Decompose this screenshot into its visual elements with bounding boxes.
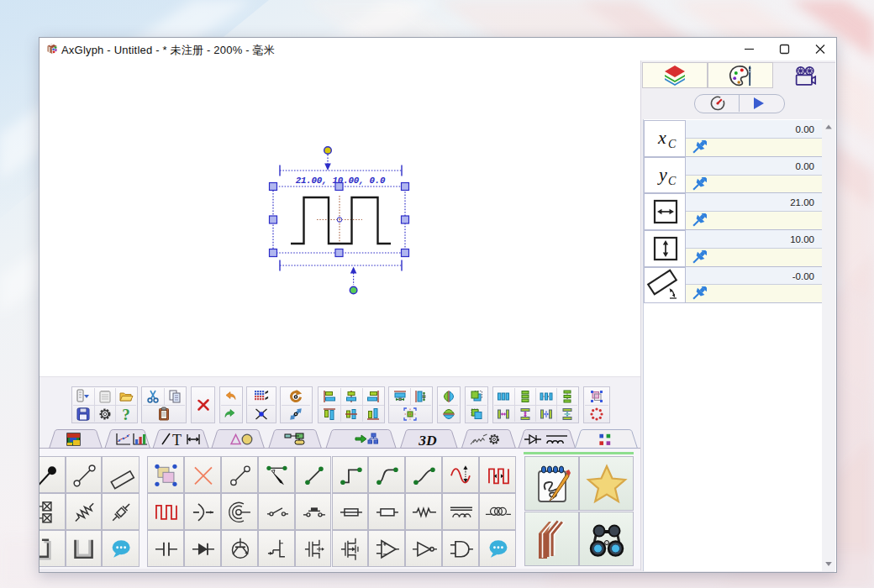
svg-text:C: C <box>668 175 677 187</box>
svg-text:T: T <box>172 432 182 449</box>
svg-text:C: C <box>668 138 677 150</box>
svg-text:?: ? <box>122 407 130 422</box>
svg-text:3D: 3D <box>418 432 437 449</box>
svg-text:y: y <box>657 164 667 185</box>
svg-text:x: x <box>657 127 666 148</box>
